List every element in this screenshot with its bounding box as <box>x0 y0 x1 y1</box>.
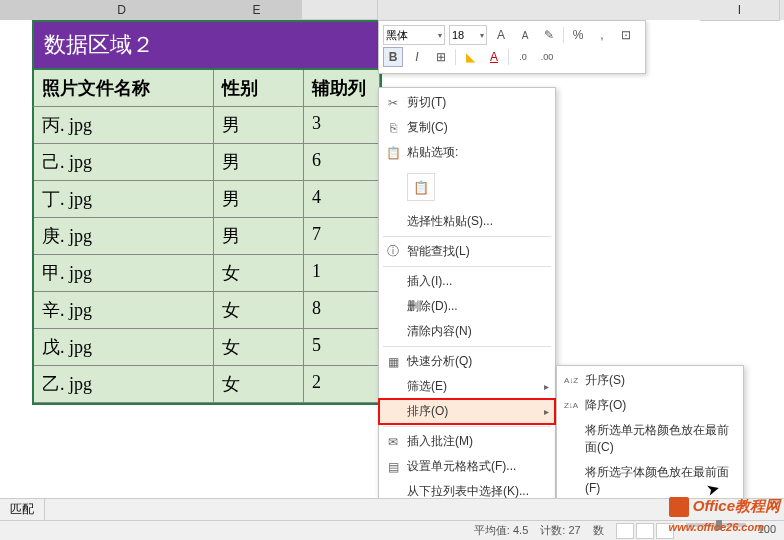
col-header-e[interactable]: E <box>212 0 302 20</box>
fill-color-button[interactable]: ◣ <box>460 47 480 67</box>
data-region: 数据区域２ 照片文件名称 性别 辅助列 丙. jpg男3 己. jpg男6 丁.… <box>32 20 382 405</box>
menu-separator <box>383 236 551 237</box>
col-header-d[interactable]: D <box>32 0 212 20</box>
format-icon: ▤ <box>385 459 401 475</box>
italic-button[interactable]: I <box>407 47 427 67</box>
col-header-i[interactable]: I <box>700 0 780 21</box>
header-gender[interactable]: 性别 <box>214 70 304 106</box>
font-color-button[interactable]: A <box>484 47 504 67</box>
watermark: Office教程网 www.office26.com <box>669 497 780 534</box>
table-row: 乙. jpg女2 <box>34 366 380 403</box>
sort-desc-icon: Z↓A <box>563 398 579 414</box>
menu-insert-comment[interactable]: ✉插入批注(M) <box>379 429 555 454</box>
status-count: 计数: 27 <box>540 523 580 539</box>
menu-separator <box>383 426 551 427</box>
menu-filter[interactable]: 筛选(E)▸ <box>379 374 555 399</box>
analysis-icon: ▦ <box>385 354 401 370</box>
table-row: 甲. jpg女1 <box>34 255 380 292</box>
header-filename[interactable]: 照片文件名称 <box>34 70 214 106</box>
table-row: 丁. jpg男4 <box>34 181 380 218</box>
table-body: 丙. jpg男3 己. jpg男6 丁. jpg男4 庚. jpg男7 甲. j… <box>32 107 382 405</box>
row-header-stub <box>0 0 32 20</box>
clipboard-icon: 📋 <box>385 145 401 161</box>
comma-button[interactable]: , <box>592 25 612 45</box>
menu-separator <box>383 346 551 347</box>
table-row: 辛. jpg女8 <box>34 292 380 329</box>
copy-icon: ⎘ <box>385 120 401 136</box>
menu-sort-cell-color[interactable]: 将所选单元格颜色放在最前面(C) <box>557 418 743 460</box>
menu-sort-font-color[interactable]: 将所选字体颜色放在最前面(F) <box>557 460 743 499</box>
submenu-arrow-icon: ▸ <box>544 381 549 392</box>
context-menu: ✂剪切(T) ⎘复制(C) 📋粘贴选项: 📋 选择性粘贴(S)... ⓘ智能查找… <box>378 87 556 540</box>
office-logo-icon <box>669 497 689 517</box>
sheet-tab-bar: 匹配 <box>0 498 784 520</box>
sort-asc-icon: A↓Z <box>563 373 579 389</box>
menu-paste-options-label: 📋粘贴选项: <box>379 140 555 165</box>
status-average: 平均值: 4.5 <box>474 523 528 539</box>
menu-cut[interactable]: ✂剪切(T) <box>379 90 555 115</box>
decrease-decimal-button[interactable]: .0 <box>513 47 533 67</box>
menu-clear[interactable]: 清除内容(N) <box>379 319 555 344</box>
table-header-row: 照片文件名称 性别 辅助列 <box>32 68 382 107</box>
chevron-down-icon: ▾ <box>438 31 442 40</box>
font-select[interactable]: 黑体▾ <box>383 25 445 45</box>
view-normal-button[interactable] <box>616 523 634 539</box>
bold-button[interactable]: B <box>383 47 403 67</box>
menu-sort-desc[interactable]: Z↓A降序(O) <box>557 393 743 418</box>
view-layout-button[interactable] <box>636 523 654 539</box>
scissors-icon: ✂ <box>385 95 401 111</box>
lookup-icon: ⓘ <box>385 244 401 260</box>
merge-button[interactable]: ⊡ <box>616 25 636 45</box>
shrink-font-button[interactable]: A <box>515 25 535 45</box>
region-title[interactable]: 数据区域２ <box>32 20 382 68</box>
header-aux[interactable]: 辅助列 <box>304 70 380 106</box>
menu-copy[interactable]: ⎘复制(C) <box>379 115 555 140</box>
percent-button[interactable]: % <box>568 25 588 45</box>
column-headers: D E I <box>0 0 784 20</box>
menu-delete[interactable]: 删除(D)... <box>379 294 555 319</box>
table-row: 丙. jpg男3 <box>34 107 380 144</box>
comment-icon: ✉ <box>385 434 401 450</box>
border-button[interactable]: ⊞ <box>431 47 451 67</box>
grow-font-button[interactable]: A <box>491 25 511 45</box>
chevron-down-icon: ▾ <box>480 31 484 40</box>
menu-sort-asc[interactable]: A↓Z升序(S) <box>557 368 743 393</box>
table-row: 戊. jpg女5 <box>34 329 380 366</box>
table-row: 庚. jpg男7 <box>34 218 380 255</box>
format-painter-button[interactable]: ✎ <box>539 25 559 45</box>
view-buttons <box>616 523 674 539</box>
sheet-tab[interactable]: 匹配 <box>0 499 45 520</box>
menu-sort[interactable]: 排序(O)▸ <box>379 399 555 424</box>
table-row: 己. jpg男6 <box>34 144 380 181</box>
paste-option-button[interactable]: 📋 <box>407 173 435 201</box>
menu-format-cells[interactable]: ▤设置单元格格式(F)... <box>379 454 555 479</box>
menu-paste-special[interactable]: 选择性粘贴(S)... <box>379 209 555 234</box>
menu-separator <box>383 266 551 267</box>
mini-toolbar: 黑体▾ 18▾ A A ✎ % , ⊡ B I ⊞ ◣ A .0 .00 <box>378 20 646 74</box>
submenu-arrow-icon: ▸ <box>544 406 549 417</box>
status-sum: 数 <box>593 523 604 539</box>
menu-quick-analysis[interactable]: ▦快速分析(Q) <box>379 349 555 374</box>
col-header-f[interactable] <box>302 0 378 20</box>
menu-insert[interactable]: 插入(I)... <box>379 269 555 294</box>
font-size-select[interactable]: 18▾ <box>449 25 487 45</box>
status-bar: 平均值: 4.5 计数: 27 数 100 <box>0 520 784 540</box>
increase-decimal-button[interactable]: .00 <box>537 47 557 67</box>
menu-smart-lookup[interactable]: ⓘ智能查找(L) <box>379 239 555 264</box>
